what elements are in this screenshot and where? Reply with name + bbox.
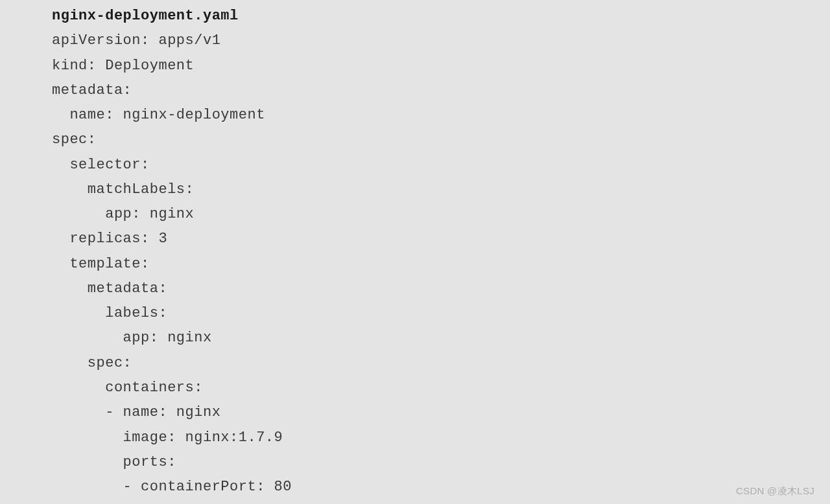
code-line: template: bbox=[52, 252, 830, 277]
code-line: metadata: bbox=[52, 277, 830, 301]
filename: nginx-deployment.yaml bbox=[52, 4, 830, 29]
code-line: ports: bbox=[52, 450, 830, 475]
code-line: matchLabels: bbox=[52, 178, 830, 202]
watermark: CSDN @凌木LSJ bbox=[736, 485, 814, 498]
code-line: name: nginx-deployment bbox=[52, 103, 830, 128]
code-line: kind: Deployment bbox=[52, 54, 830, 78]
code-line: spec: bbox=[52, 128, 830, 152]
code-line: - name: nginx bbox=[52, 400, 830, 425]
code-line: spec: bbox=[52, 351, 830, 376]
code-line: metadata: bbox=[52, 78, 830, 103]
code-line: apiVersion: apps/v1 bbox=[52, 29, 830, 53]
code-line: selector: bbox=[52, 153, 830, 178]
code-block: nginx-deployment.yaml apiVersion: apps/v… bbox=[0, 4, 830, 499]
code-line: - containerPort: 80 bbox=[52, 475, 830, 499]
code-line: containers: bbox=[52, 376, 830, 400]
code-line: labels: bbox=[52, 301, 830, 326]
code-line: replicas: 3 bbox=[52, 227, 830, 251]
code-line: app: nginx bbox=[52, 326, 830, 350]
code-line: image: nginx:1.7.9 bbox=[52, 426, 830, 450]
code-line: app: nginx bbox=[52, 202, 830, 227]
